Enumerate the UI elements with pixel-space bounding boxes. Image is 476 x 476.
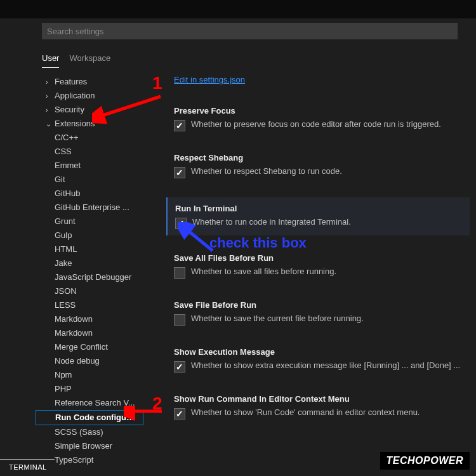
chevron-right-icon: › (46, 103, 55, 117)
checkbox-preserve-focus[interactable] (174, 120, 185, 131)
chevron-right-icon: › (46, 75, 55, 89)
tree-security[interactable]: ›Security (41, 103, 138, 117)
setting-show-run-context-menu: Show Run Command In Editor Context Menu … (174, 394, 470, 420)
checkbox-show-exec-msg[interactable] (174, 361, 185, 373)
chevron-down-icon: ⌄ (46, 117, 55, 131)
setting-save-all-before-run: Save All Files Before Run Whether to sav… (174, 253, 470, 279)
setting-description: Whether to show 'Run Code' command in ed… (191, 407, 420, 417)
tree-application[interactable]: ›Application (41, 89, 138, 103)
checkbox-save-all-before-run[interactable] (174, 267, 185, 279)
checkbox-save-file-before-run[interactable] (174, 314, 185, 326)
annotation-check-this-box: check this box (209, 235, 307, 251)
search-settings-input[interactable]: Search settings (42, 23, 458, 39)
tree-item[interactable]: Markdown (41, 326, 138, 340)
tree-item[interactable]: Emmet (41, 159, 138, 173)
annotation-number-2: 2 (152, 393, 162, 414)
search-placeholder: Search settings (47, 27, 104, 36)
tree-item[interactable]: Grunt (41, 215, 138, 228)
setting-title: Respect Shebang (174, 153, 470, 162)
tree-item[interactable]: HTML (41, 242, 138, 256)
tree-item[interactable]: JSON (41, 284, 138, 298)
checkbox-run-in-terminal[interactable] (175, 218, 187, 229)
setting-description: Whether to run code in Integrated Termin… (192, 217, 351, 227)
scope-tabs: User Workspace (42, 51, 476, 69)
setting-title: Run In Terminal (175, 204, 465, 213)
watermark: TECHOPOWER (380, 452, 470, 470)
tree-item[interactable]: JavaScript Debugger (41, 270, 138, 284)
panel-tab-terminal[interactable]: TERMINAL (0, 459, 55, 476)
tree-item[interactable]: Reference Search V... (41, 396, 138, 410)
tree-item[interactable]: Jake (41, 256, 138, 270)
setting-description: Whether to show extra execution message … (191, 360, 460, 370)
tree-item[interactable]: Merge Conflict (41, 340, 138, 354)
tree-extensions[interactable]: ⌄Extensions (41, 117, 138, 131)
setting-save-file-before-run: Save File Before Run Whether to save the… (174, 300, 470, 326)
tree-item[interactable]: CSS (41, 145, 138, 159)
checkbox-show-run-context-menu[interactable] (174, 408, 185, 420)
tree-item[interactable]: Markdown (41, 312, 138, 326)
tree-item[interactable]: GitHub (41, 187, 138, 201)
checkbox-respect-shebang[interactable] (174, 167, 185, 178)
setting-preserve-focus: Preserve Focus Whether to preserve focus… (174, 106, 470, 131)
title-bar (0, 0, 476, 18)
settings-tree: ›Features ›Application ›Security ⌄Extens… (0, 72, 138, 467)
tree-item[interactable]: Npm (41, 368, 138, 382)
setting-respect-shebang: Respect Shebang Whether to respect Sheba… (174, 153, 470, 178)
tree-item[interactable]: LESS (41, 298, 138, 312)
setting-title: Save All Files Before Run (174, 253, 470, 263)
annotation-number-1: 1 (152, 73, 162, 93)
tree-item[interactable]: Node debug (41, 354, 138, 368)
tree-item[interactable]: PHP (41, 382, 138, 396)
setting-description: Whether to save all files before running… (191, 267, 336, 276)
tree-item[interactable]: GitHub Enterprise ... (41, 201, 138, 215)
edit-in-settings-json-link[interactable]: Edit in settings.json (174, 75, 245, 84)
setting-title: Preserve Focus (174, 106, 470, 116)
tab-workspace[interactable]: Workspace (69, 51, 110, 68)
setting-title: Show Execution Message (174, 347, 470, 357)
chevron-right-icon: › (46, 89, 55, 103)
tree-item[interactable]: Gulp (41, 228, 138, 242)
tree-item[interactable]: Run Code configu… (36, 410, 143, 425)
tab-user[interactable]: User (42, 51, 59, 68)
tree-features[interactable]: ›Features (41, 75, 138, 89)
tree-item[interactable]: SCSS (Sass) (41, 425, 138, 439)
setting-description: Whether to preserve focus on code editor… (191, 119, 441, 129)
tree-item[interactable]: TypeScript (41, 453, 138, 467)
tree-item[interactable]: Git (41, 173, 138, 187)
tree-item[interactable]: Simple Browser (41, 439, 138, 453)
setting-run-in-terminal: Run In Terminal Whether to run code in I… (166, 197, 470, 235)
setting-description: Whether to save the current file before … (191, 314, 364, 323)
settings-panel: Edit in settings.json Preserve Focus Whe… (138, 72, 476, 467)
setting-show-exec-msg: Show Execution Message Whether to show e… (174, 347, 470, 373)
setting-title: Save File Before Run (174, 300, 470, 310)
setting-description: Whether to respect Shebang to run code. (191, 166, 342, 176)
setting-title: Show Run Command In Editor Context Menu (174, 394, 470, 404)
tree-item[interactable]: C/C++ (41, 131, 138, 145)
